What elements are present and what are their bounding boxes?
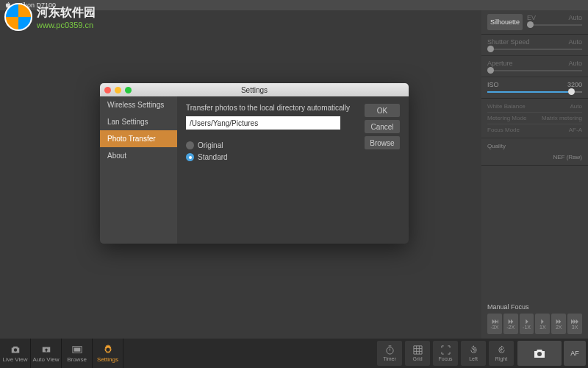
sidebar-item-lan[interactable]: Lan Settings (100, 113, 177, 130)
mf-plus-3x[interactable]: 3X (567, 314, 582, 334)
radio-standard[interactable]: Standard (186, 153, 400, 161)
mf-plus-1x[interactable]: 1X (535, 314, 550, 334)
dialog-sidebar: Wireless Settings Lan Settings Photo Tra… (100, 96, 177, 244)
rotate-right-button[interactable]: Right (489, 341, 514, 366)
rotate-left-button[interactable]: Left (461, 341, 486, 366)
aperture-value: Auto (568, 60, 582, 67)
rotate-right-icon (497, 345, 506, 355)
sidebar-item-wireless[interactable]: Wireless Settings (100, 96, 177, 113)
settings-dialog: Settings Wireless Settings Lan Settings … (100, 83, 409, 244)
capture-button[interactable] (517, 341, 562, 366)
dialog-title: Settings (100, 86, 409, 94)
radio-icon (186, 141, 194, 149)
path-input[interactable] (186, 116, 340, 130)
mf-minus-3x[interactable]: -3X (487, 314, 502, 334)
camera-icon (533, 348, 546, 358)
focus-button[interactable]: Focus (433, 341, 458, 366)
timer-icon (385, 345, 395, 355)
iso-value: 3200 (567, 81, 582, 88)
shutter-value: Auto (568, 38, 582, 46)
ev-label: EV (527, 14, 536, 21)
sidebar-item-about[interactable]: About (100, 147, 177, 164)
live-view-button[interactable]: Live View (0, 339, 31, 368)
radio-icon (186, 153, 194, 161)
watermark-text-url: www.pc0359.cn (37, 21, 96, 29)
silhouette-button[interactable]: Silhouette (487, 14, 523, 30)
focus-icon (441, 345, 451, 355)
dialog-titlebar[interactable]: Settings (100, 83, 409, 96)
timer-button[interactable]: Timer (377, 341, 402, 366)
grid-icon (413, 345, 423, 355)
radio-original-label: Original (198, 141, 223, 149)
shutter-label: Shutter Speed (487, 38, 530, 46)
ev-value: Auto (568, 14, 582, 21)
shutter-slider[interactable] (487, 49, 582, 50)
aperture-slider[interactable] (487, 70, 582, 71)
camera-icon (10, 344, 21, 355)
watermark: 河东软件园 www.pc0359.cn (4, 3, 96, 31)
mf-plus-2x[interactable]: 2X (551, 314, 566, 334)
browse-button[interactable]: Browse (62, 339, 93, 368)
iso-slider[interactable] (487, 91, 582, 93)
right-panel: Silhouette EVAuto Shutter SpeedAuto Aper… (481, 10, 588, 339)
ev-slider[interactable] (527, 24, 582, 26)
manual-focus-label: Manual Focus (487, 303, 582, 311)
sidebar-item-photo-transfer[interactable]: Photo Transfer (100, 130, 177, 147)
quality-value: NEF (Raw) (553, 154, 582, 160)
iso-label: ISO (487, 81, 499, 88)
af-button[interactable]: AF (564, 341, 586, 366)
settings-button[interactable]: Settings (93, 339, 123, 368)
mf-minus-2x[interactable]: -2X (503, 314, 518, 334)
svg-point-2 (386, 347, 392, 354)
bottom-toolbar: Live View Auto View Browse Settings Time… (0, 339, 588, 368)
focus-select[interactable]: Focus ModeAF-A (487, 124, 582, 135)
aperture-label: Aperture (487, 60, 513, 67)
metering-select[interactable]: Metering ModeMatrix metering (487, 112, 582, 124)
upload-icon (41, 344, 51, 355)
grid-button[interactable]: Grid (405, 341, 430, 366)
ok-button[interactable]: OK (365, 104, 400, 117)
radio-standard-label: Standard (198, 153, 228, 161)
gear-icon (103, 344, 113, 355)
wb-select[interactable]: White BalanceAuto (487, 101, 582, 112)
watermark-icon (4, 3, 32, 31)
cancel-button[interactable]: Cancel (365, 120, 400, 133)
browse-button[interactable]: Browse (365, 136, 400, 149)
rotate-left-icon (469, 345, 478, 355)
watermark-text-cn: 河东软件园 (37, 5, 96, 21)
svg-rect-1 (74, 347, 80, 351)
quality-select[interactable]: Quality (487, 141, 582, 152)
auto-view-button[interactable]: Auto View (31, 339, 62, 368)
mf-minus-1x[interactable]: -1X (520, 314, 534, 334)
browse-icon (72, 344, 82, 355)
